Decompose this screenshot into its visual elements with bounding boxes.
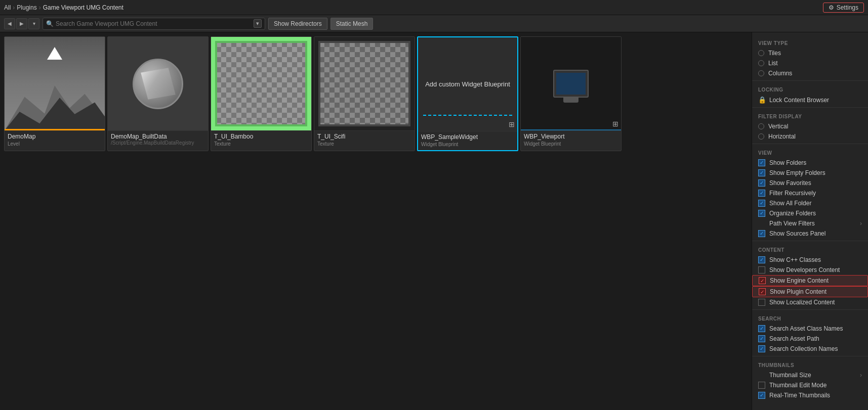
main-area: DemoMap Level DemoMap_BuiltData /Script/… <box>0 32 868 410</box>
show-developers-content-label: Show Developers Content <box>769 266 862 274</box>
static-mesh-filter-button[interactable]: Static Mesh <box>330 18 374 30</box>
view-type-tiles[interactable]: Tiles <box>752 48 868 58</box>
horizontal-radio <box>758 133 764 140</box>
asset-tile[interactable]: DemoMap Level <box>4 36 105 151</box>
toolbar: ◀ ▶ ▾ 🔍 ▾ Show Redirectors Static Mesh <box>0 15 868 32</box>
show-all-folder-item[interactable]: Show All Folder <box>752 198 868 208</box>
thumbnail-edit-mode-label: Thumbnail Edit Mode <box>769 382 862 389</box>
organize-folders-label: Organize Folders <box>769 210 862 217</box>
content-section: CONTENT <box>752 243 868 255</box>
breadcrumb-all[interactable]: All <box>4 4 11 11</box>
forward-button[interactable]: ▶ <box>16 18 27 29</box>
breadcrumb-sep2: › <box>39 4 41 11</box>
settings-button[interactable]: ⚙ Settings <box>823 3 864 13</box>
asset-thumbnail-demomap <box>5 37 105 130</box>
view-type-list[interactable]: List <box>752 58 868 68</box>
asset-info: DemoMap Level <box>5 130 105 150</box>
list-label: List <box>768 60 862 67</box>
settings-label: Settings <box>837 4 858 11</box>
thumbnail-size-arrow: › <box>860 372 862 379</box>
viewport-visual: ⊞ <box>521 37 621 130</box>
asset-name: T_UI_Bamboo <box>214 133 308 140</box>
show-sources-panel-item[interactable]: Show Sources Panel <box>752 229 868 239</box>
show-localized-content-item[interactable]: Show Localized Content <box>752 297 868 307</box>
content-area: DemoMap Level DemoMap_BuiltData /Script/… <box>0 32 752 410</box>
filter-recursively-label: Filter Recursively <box>769 190 862 197</box>
asset-type: Texture <box>214 141 308 147</box>
search-collection-names-item[interactable]: Search Collection Names <box>752 344 868 354</box>
asset-name: WBP_Viewport <box>524 133 618 140</box>
lock-content-browser-item[interactable]: 🔒 Lock Content Browser <box>752 95 868 105</box>
asset-tile-selected[interactable]: Add custom Widget Blueprint ⊞ WBP_Sample… <box>417 36 518 151</box>
show-folders-label: Show Folders <box>769 159 862 166</box>
vertical-radio <box>758 123 764 129</box>
thumbnail-size-item[interactable]: Thumbnail Size › <box>752 370 868 380</box>
asset-tile[interactable]: T_UI_Scifi Texture <box>314 36 415 151</box>
show-sources-panel-checkbox <box>758 230 765 237</box>
breadcrumb: All › Plugins › Game Viewport UMG Conten… <box>4 4 123 11</box>
search-asset-path-item[interactable]: Search Asset Path <box>752 334 868 344</box>
view-section: VIEW <box>752 146 868 158</box>
search-input[interactable] <box>56 20 254 27</box>
horizontal-label: Horizontal <box>768 133 862 140</box>
search-dropdown-arrow[interactable]: ▾ <box>254 19 262 28</box>
show-developers-content-item[interactable]: Show Developers Content <box>752 265 868 275</box>
show-folders-item[interactable]: Show Folders <box>752 158 868 168</box>
show-developers-content-checkbox <box>758 266 765 274</box>
search-asset-class-names-label: Search Asset Class Names <box>769 325 862 332</box>
tiles-radio <box>758 50 764 56</box>
search-asset-path-checkbox <box>758 335 765 342</box>
show-favorites-checkbox <box>758 179 765 187</box>
dropdown-button[interactable]: ▾ <box>28 18 39 29</box>
show-empty-folders-item[interactable]: Show Empty Folders <box>752 168 868 178</box>
search-asset-class-names-item[interactable]: Search Asset Class Names <box>752 324 868 334</box>
asset-tile[interactable]: T_UI_Bamboo Texture <box>211 36 312 151</box>
view-type-columns[interactable]: Columns <box>752 68 868 78</box>
demomap-visual <box>5 37 105 130</box>
show-cpp-classes-label: Show C++ Classes <box>769 256 862 263</box>
show-plugin-content-checkbox <box>759 288 766 295</box>
search-container: 🔍 ▾ <box>43 18 265 30</box>
show-localized-content-checkbox <box>758 299 765 306</box>
show-favorites-item[interactable]: Show Favorites <box>752 178 868 188</box>
search-collection-names-checkbox <box>758 345 765 352</box>
thumbnails-section: THUMBNAILS <box>752 358 868 370</box>
path-view-filters-arrow: › <box>860 220 862 227</box>
show-all-folder-label: Show All Folder <box>769 200 862 207</box>
breadcrumb-plugins[interactable]: Plugins <box>17 4 36 11</box>
path-view-filters-item[interactable]: Path View Filters › <box>752 218 868 229</box>
asset-thumbnail-sample: Add custom Widget Blueprint ⊞ <box>418 37 517 131</box>
asset-info: DemoMap_BuiltData /Script/Engine.MapBuil… <box>108 130 208 149</box>
show-plugin-content-item[interactable]: Show Plugin Content <box>752 286 868 297</box>
asset-type: Texture <box>317 141 411 147</box>
show-plugin-content-label: Show Plugin Content <box>770 288 861 295</box>
cube-circle <box>133 59 183 109</box>
show-localized-content-label: Show Localized Content <box>769 299 862 306</box>
list-radio <box>758 60 764 66</box>
filter-recursively-item[interactable]: Filter Recursively <box>752 188 868 198</box>
thumbnail-edit-mode-item[interactable]: Thumbnail Edit Mode <box>752 380 868 390</box>
asset-tile[interactable]: ⊞ WBP_Viewport Widget Blueprint <box>520 36 622 151</box>
organize-folders-item[interactable]: Organize Folders <box>752 208 868 218</box>
view-type-section: VIEW TYPE <box>752 36 868 48</box>
asset-thumbnail-scifi <box>314 37 415 130</box>
show-empty-folders-label: Show Empty Folders <box>769 169 862 176</box>
real-time-thumbnails-checkbox <box>758 392 765 399</box>
asset-thumbnail-viewport: ⊞ <box>521 37 621 130</box>
show-redirectors-button[interactable]: Show Redirectors <box>268 18 327 30</box>
filter-display-vertical[interactable]: Vertical <box>752 121 868 131</box>
search-asset-class-names-checkbox <box>758 325 765 332</box>
tiles-label: Tiles <box>768 50 862 57</box>
filter-display-horizontal[interactable]: Horizontal <box>752 131 868 142</box>
show-cpp-classes-item[interactable]: Show C++ Classes <box>752 255 868 265</box>
organize-folders-checkbox <box>758 210 765 217</box>
back-button[interactable]: ◀ <box>4 18 15 29</box>
show-engine-content-item[interactable]: Show Engine Content <box>752 275 868 286</box>
show-all-folder-checkbox <box>758 200 765 207</box>
real-time-thumbnails-label: Real-Time Thumbnails <box>769 392 862 399</box>
asset-tile[interactable]: DemoMap_BuiltData /Script/Engine.MapBuil… <box>107 36 209 151</box>
builtdata-visual <box>108 37 208 130</box>
real-time-thumbnails-item[interactable]: Real-Time Thumbnails <box>752 390 868 400</box>
add-widget-text: Add custom Widget Blueprint <box>425 80 510 88</box>
columns-radio <box>758 70 764 76</box>
